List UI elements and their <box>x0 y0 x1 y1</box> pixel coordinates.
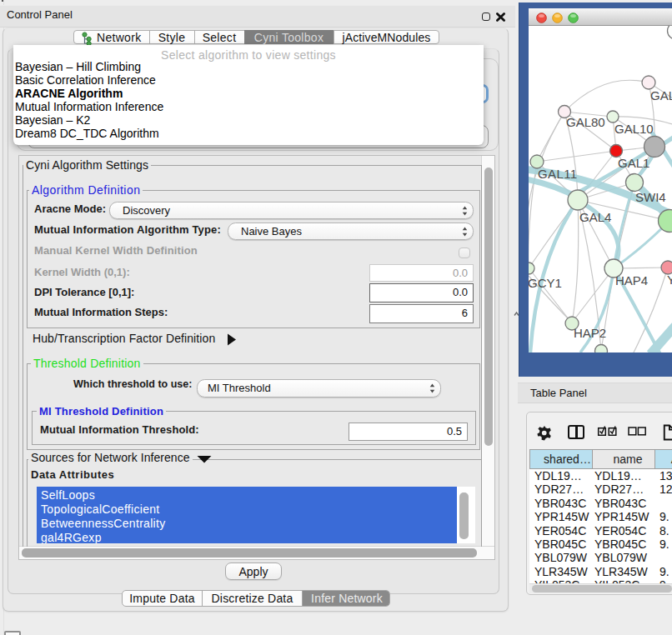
svg-text:GAL: GAL <box>650 88 672 102</box>
svg-text:GAL4: GAL4 <box>579 210 611 224</box>
svg-text:GAL1: GAL1 <box>618 156 649 170</box>
svg-text:SWI4: SWI4 <box>635 190 666 204</box>
svg-text:GCY1: GCY1 <box>529 276 562 290</box>
svg-text:GAL11: GAL11 <box>538 167 578 181</box>
svg-text:GAL10: GAL10 <box>614 122 654 136</box>
svg-text:Y: Y <box>667 272 672 287</box>
svg-text:HAP4: HAP4 <box>615 273 648 288</box>
svg-text:HAP2: HAP2 <box>574 326 606 340</box>
svg-text:GAL80: GAL80 <box>566 115 605 129</box>
